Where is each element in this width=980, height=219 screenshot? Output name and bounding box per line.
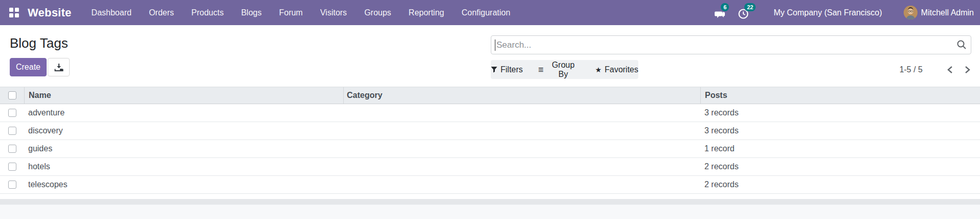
search-icon — [956, 39, 967, 50]
page-title: Blog Tags — [10, 35, 68, 51]
pager-previous-button[interactable] — [944, 64, 955, 75]
column-header-posts[interactable]: Posts — [700, 87, 980, 104]
export-button[interactable] — [48, 58, 70, 76]
row-checkbox[interactable] — [8, 163, 16, 171]
user-menu[interactable]: Mitchell Admin — [904, 6, 974, 19]
chevron-right-icon — [964, 66, 971, 74]
menu-item-dashboard[interactable]: Dashboard — [82, 0, 140, 25]
table-row[interactable]: guides 1 record — [0, 140, 980, 158]
favorites-button[interactable]: ★ Favorites — [595, 65, 638, 74]
table-footer-band — [0, 199, 980, 205]
category-cell — [343, 122, 700, 140]
app-brand[interactable]: Website — [28, 6, 71, 19]
page-background — [0, 205, 980, 219]
list-view: Name Category Posts adventure 3 records … — [0, 87, 980, 219]
table-row[interactable]: adventure 3 records — [0, 104, 980, 122]
navbar-systray: 6 22 My Company (San Francisco) Mi — [714, 5, 980, 21]
category-cell — [343, 158, 700, 175]
name-cell: guides — [24, 140, 343, 157]
table-row[interactable]: hotels 2 records — [0, 158, 980, 176]
avatar — [904, 6, 918, 19]
messages-button[interactable]: 6 — [714, 5, 729, 21]
category-cell — [343, 104, 700, 122]
select-all-cell — [0, 87, 24, 104]
pager: 1-5 / 5 — [900, 60, 973, 79]
apps-grid-icon — [9, 8, 19, 17]
posts-cell: 1 record — [700, 140, 980, 157]
download-icon — [54, 63, 64, 72]
top-navbar: Website Dashboard Orders Products Blogs … — [0, 0, 980, 25]
favorites-label: Favorites — [604, 65, 638, 74]
name-cell: telescopes — [24, 176, 343, 193]
row-checkbox[interactable] — [8, 181, 16, 189]
activities-badge: 22 — [744, 3, 756, 11]
category-cell — [343, 176, 700, 193]
menu-item-reporting[interactable]: Reporting — [400, 0, 453, 25]
messages-badge: 6 — [721, 3, 729, 11]
chevron-left-icon — [947, 66, 953, 74]
posts-cell: 2 records — [700, 176, 980, 193]
search-submit-button[interactable] — [956, 39, 967, 51]
group-by-button[interactable]: ≡ Group By — [538, 61, 580, 79]
favorites-star-icon: ★ — [595, 66, 602, 73]
menu-item-blogs[interactable]: Blogs — [233, 0, 270, 25]
control-panel: Blog Tags Create Filters ≡ Group B — [0, 25, 980, 87]
menu-item-orders[interactable]: Orders — [140, 0, 183, 25]
table-empty-area — [0, 194, 980, 199]
column-header-name[interactable]: Name — [24, 87, 343, 104]
select-all-checkbox[interactable] — [8, 91, 16, 99]
company-switcher[interactable]: My Company (San Francisco) — [774, 8, 882, 17]
row-checkbox[interactable] — [8, 145, 16, 153]
user-name: Mitchell Admin — [921, 8, 974, 17]
text-caret — [495, 39, 495, 51]
table-header-row: Name Category Posts — [0, 87, 980, 104]
filters-label: Filters — [501, 65, 523, 74]
create-button[interactable]: Create — [10, 58, 47, 76]
row-check-cell — [0, 158, 24, 175]
posts-cell: 3 records — [700, 104, 980, 122]
activities-button[interactable]: 22 — [738, 5, 753, 21]
funnel-icon — [491, 66, 497, 73]
row-check-cell — [0, 140, 24, 157]
menu-item-visitors[interactable]: Visitors — [311, 0, 356, 25]
row-check-cell — [0, 176, 24, 193]
group-by-icon: ≡ — [538, 65, 544, 74]
search-input[interactable] — [491, 36, 971, 54]
menu-item-configuration[interactable]: Configuration — [453, 0, 519, 25]
group-by-label: Group By — [547, 61, 580, 79]
row-check-cell — [0, 104, 24, 122]
posts-cell: 2 records — [700, 158, 980, 175]
filters-button[interactable]: Filters — [491, 65, 523, 74]
search-options-bar: Filters ≡ Group By ★ Favorites — [491, 60, 638, 79]
posts-cell: 3 records — [700, 122, 980, 140]
table-row[interactable]: discovery 3 records — [0, 122, 980, 140]
menu-item-forum[interactable]: Forum — [270, 0, 311, 25]
pager-next-button[interactable] — [962, 64, 973, 75]
row-checkbox[interactable] — [8, 109, 16, 117]
name-cell: hotels — [24, 158, 343, 175]
search-box — [491, 35, 971, 54]
name-cell: adventure — [24, 104, 343, 122]
name-cell: discovery — [24, 122, 343, 140]
apps-menu-button[interactable] — [9, 8, 19, 17]
pager-value[interactable]: 1-5 / 5 — [900, 65, 923, 74]
column-header-category[interactable]: Category — [343, 87, 700, 104]
main-menu: Dashboard Orders Products Blogs Forum Vi… — [82, 0, 519, 25]
table-row[interactable]: telescopes 2 records — [0, 176, 980, 194]
row-checkbox[interactable] — [8, 127, 16, 135]
menu-item-products[interactable]: Products — [183, 0, 233, 25]
row-check-cell — [0, 122, 24, 140]
menu-item-groups[interactable]: Groups — [356, 0, 400, 25]
category-cell — [343, 140, 700, 157]
